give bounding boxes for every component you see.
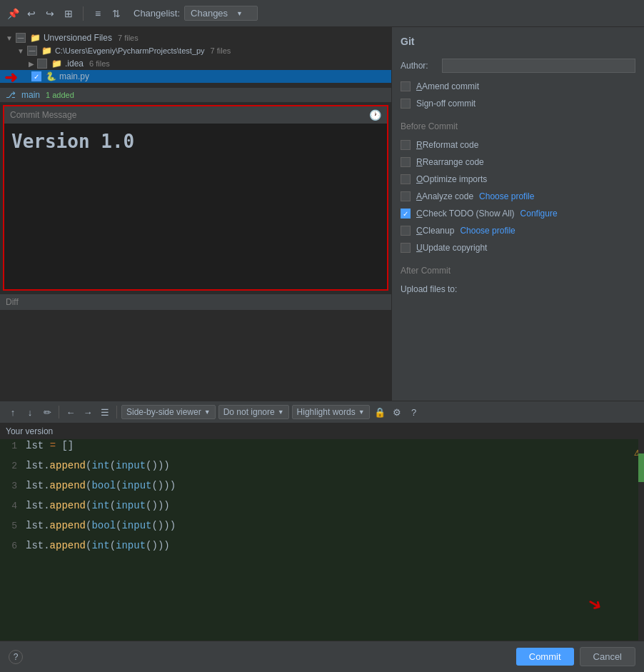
- reformat-code-label: RReformat code: [416, 140, 478, 150]
- code-panel[interactable]: ⚠ 1 lst = [] 2 lst.append(int(input())) …: [0, 439, 644, 641]
- content-area: ▼ — 📁 Unversioned Files 7 files ▼ — 📁 C:…: [0, 27, 644, 401]
- branch-bar: ⎇ main 1 added: [0, 87, 391, 102]
- author-row: Author:: [401, 59, 635, 73]
- tree-idea-folder[interactable]: ▶ 📁 .idea 6 files: [0, 57, 391, 70]
- diff-down-icon[interactable]: ↓: [23, 405, 37, 419]
- help-circle-icon[interactable]: ?: [9, 650, 23, 664]
- commit-message-title: Commit Message: [10, 110, 76, 120]
- diff-label: Diff: [6, 297, 19, 307]
- idea-count: 6 files: [89, 59, 110, 68]
- check-todo-label: CCheck TODO (Show All): [416, 209, 515, 219]
- project-folder-icon: 📁: [41, 46, 52, 56]
- unversioned-label: Unversioned Files: [44, 33, 112, 43]
- highlight-label: Highlight words: [297, 407, 356, 417]
- upload-row: Upload files to:: [401, 284, 635, 294]
- commit-message-text: Version 1.0: [11, 131, 380, 152]
- commit-message-header: Commit Message 🕐: [4, 106, 387, 124]
- red-arrow-commit: ➜: [581, 589, 608, 621]
- changelist-label: Changelist:: [134, 8, 180, 19]
- expand-icon[interactable]: ⇅: [109, 6, 124, 21]
- toolbar-sep-1: [83, 6, 84, 21]
- rearrange-code-checkbox[interactable]: [401, 157, 411, 167]
- commit-message-container: Commit Message 🕐 Version 1.0: [3, 105, 388, 291]
- clock-icon[interactable]: 🕐: [369, 109, 381, 121]
- settings-icon[interactable]: ⚙: [390, 405, 404, 419]
- diff-up-icon[interactable]: ↑: [6, 405, 20, 419]
- diff-content: ⚠ 1 lst = [] 2 lst.append(int(input())) …: [0, 439, 644, 641]
- code-line-5: 5 lst.append(bool(input())): [0, 519, 644, 539]
- git-title: Git: [401, 36, 635, 47]
- line-content-2: lst.append(int(input())): [26, 460, 170, 471]
- analyze-code-label: AAnalyze code: [416, 191, 473, 201]
- changelist-dropdown[interactable]: Changes: [184, 6, 258, 21]
- file-tree: ▼ — 📁 Unversioned Files 7 files ▼ — 📁 C:…: [0, 27, 391, 87]
- cleanup-link[interactable]: Choose profile: [460, 226, 515, 236]
- update-copyright-checkbox[interactable]: [401, 243, 411, 253]
- commit-button[interactable]: Commit: [516, 648, 574, 666]
- cancel-button[interactable]: Cancel: [580, 647, 635, 666]
- tree-main-py[interactable]: ✓ 🐍 main.py ➜: [0, 70, 391, 83]
- action-bar-right: Commit Cancel: [516, 647, 635, 666]
- red-arrow-file: ➜: [4, 69, 17, 87]
- main-file-name: main.py: [59, 71, 89, 81]
- bottom-section: ↑ ↓ ✏ ← → ☰ Side-by-side viewer Do not i…: [0, 401, 644, 672]
- viewer-label: Side-by-side viewer: [126, 407, 201, 417]
- diff-list-icon[interactable]: ☰: [98, 405, 112, 419]
- optimize-imports-label: OOptimize imports: [416, 174, 487, 184]
- rearrange-code-label: RRearrange code: [416, 157, 484, 167]
- branch-icon: ⎇: [6, 90, 16, 100]
- project-expand-icon: ▼: [17, 47, 24, 55]
- line-num-6: 6: [0, 541, 26, 551]
- optimize-imports-checkbox[interactable]: [401, 174, 411, 184]
- line-content-1: lst = []: [26, 440, 74, 451]
- top-toolbar: 📌 ↩ ↪ ⊞ ≡ ⇅ Changelist: Changes: [0, 0, 644, 27]
- amend-commit-row: AAmend commit: [401, 81, 635, 91]
- idea-folder-icon: 📁: [51, 59, 62, 69]
- line-num-2: 2: [0, 461, 26, 471]
- help-icon[interactable]: ?: [407, 405, 421, 419]
- amend-commit-checkbox[interactable]: [401, 81, 411, 91]
- author-label: Author:: [401, 61, 436, 71]
- redo-icon[interactable]: ↪: [43, 6, 57, 21]
- right-scrollbar[interactable]: [638, 439, 644, 641]
- commit-message-body[interactable]: Version 1.0: [4, 124, 387, 289]
- collapse-icon[interactable]: ≡: [91, 6, 105, 21]
- code-line-4: 4 lst.append(int(input())): [0, 499, 644, 519]
- signoff-commit-checkbox[interactable]: [401, 99, 411, 109]
- check-todo-row: ✓ CCheck TODO (Show All) Configure: [401, 209, 635, 219]
- reformat-code-checkbox[interactable]: [401, 140, 411, 150]
- signoff-commit-label: Sign-off commit: [416, 99, 476, 109]
- undo-icon[interactable]: ↩: [24, 6, 39, 21]
- diff-header: Diff: [0, 294, 391, 310]
- diff-back-icon[interactable]: ←: [64, 405, 78, 419]
- analyze-code-checkbox[interactable]: [401, 191, 411, 201]
- cleanup-label: CCleanup: [416, 226, 454, 236]
- left-panel: ▼ — 📁 Unversioned Files 7 files ▼ — 📁 C:…: [0, 27, 391, 401]
- check-todo-link[interactable]: Configure: [520, 209, 558, 219]
- cleanup-checkbox[interactable]: [401, 226, 411, 236]
- scrollbar-thumb: [638, 453, 644, 482]
- python-file-icon: 🐍: [46, 71, 56, 81]
- check-todo-checkbox[interactable]: ✓: [401, 209, 411, 219]
- pin-icon[interactable]: 📌: [6, 6, 20, 21]
- analyze-code-link[interactable]: Choose profile: [479, 191, 534, 201]
- line-content-3: lst.append(bool(input())): [26, 480, 176, 491]
- tree-project-path[interactable]: ▼ — 📁 C:\Users\Evgeniy\PycharmProjects\t…: [0, 44, 391, 57]
- idea-folder-name: .idea: [65, 59, 84, 69]
- after-commit-label: After Commit: [401, 266, 635, 276]
- ignore-dropdown[interactable]: Do not ignore: [218, 405, 289, 419]
- update-copyright-label: UUpdate copyright: [416, 243, 487, 253]
- tree-unversioned[interactable]: ▼ — 📁 Unversioned Files 7 files: [0, 31, 391, 44]
- line-content-6: lst.append(int(input())): [26, 540, 170, 551]
- grid-icon[interactable]: ⊞: [61, 6, 76, 21]
- lock-icon[interactable]: 🔒: [373, 405, 387, 419]
- diff-forward-icon[interactable]: →: [81, 405, 95, 419]
- viewer-dropdown[interactable]: Side-by-side viewer: [121, 405, 216, 419]
- highlight-dropdown[interactable]: Highlight words: [292, 405, 370, 419]
- upload-label: Upload files to:: [401, 284, 457, 294]
- diff-edit-icon[interactable]: ✏: [40, 405, 54, 419]
- idea-expand-icon: ▶: [29, 60, 34, 68]
- cleanup-row: CCleanup Choose profile: [401, 226, 635, 236]
- author-input[interactable]: [442, 59, 635, 73]
- update-copyright-row: UUpdate copyright: [401, 243, 635, 253]
